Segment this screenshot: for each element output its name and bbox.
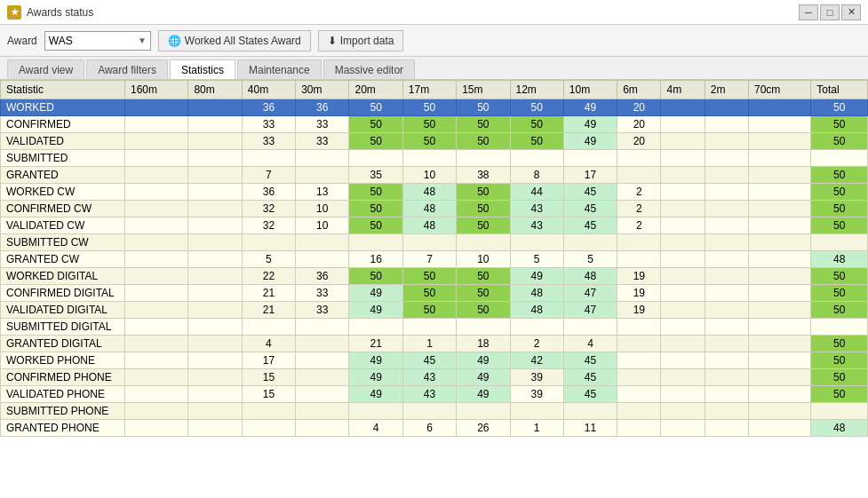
table-row: WORKED CW36135048504445250 xyxy=(1,184,868,201)
cell-10m: 49 xyxy=(563,116,617,133)
award-combo[interactable]: WAS ▼ xyxy=(44,31,151,51)
stat-label: WORKED PHONE xyxy=(1,352,125,369)
table-row: GRANTED735103881750 xyxy=(1,167,868,184)
cell-2m xyxy=(705,386,748,403)
cell-80m xyxy=(188,268,242,285)
cell-20m xyxy=(349,234,402,251)
close-button[interactable]: ✕ xyxy=(841,4,861,20)
cell-80m xyxy=(188,133,242,150)
cell-Total xyxy=(811,150,868,167)
cell-40m: 22 xyxy=(242,268,295,285)
cell-12m: 5 xyxy=(510,251,563,268)
table-row: SUBMITTED PHONE xyxy=(1,403,868,420)
cell-10m xyxy=(563,403,617,420)
maximize-button[interactable]: □ xyxy=(820,4,840,20)
cell-17m: 48 xyxy=(402,201,456,217)
cell-4m xyxy=(661,234,705,251)
cell-Total: 50 xyxy=(811,99,868,116)
import-button[interactable]: ⬇ Import data xyxy=(318,30,404,51)
cell-80m xyxy=(188,184,242,201)
cell-15m: 50 xyxy=(457,217,510,234)
cell-17m: 43 xyxy=(402,369,456,386)
cell-15m: 38 xyxy=(457,167,510,184)
cell-40m xyxy=(242,420,295,437)
cell-10m: 47 xyxy=(563,302,617,319)
cell-15m: 50 xyxy=(457,285,510,302)
stat-label: GRANTED DIGITAL xyxy=(1,336,125,352)
cell-6m: 20 xyxy=(617,133,661,150)
cell-15m xyxy=(457,234,510,251)
cell-20m: 50 xyxy=(349,133,402,150)
cell-17m: 48 xyxy=(402,217,456,234)
cell-20m: 50 xyxy=(349,99,402,116)
stat-label: VALIDATED CW xyxy=(1,217,125,234)
cell-30m: 36 xyxy=(296,268,349,285)
cell-2m xyxy=(705,369,748,386)
cell-4m xyxy=(661,99,705,116)
col-header-80m: 80m xyxy=(188,81,242,99)
cell-70cm xyxy=(748,319,810,336)
cell-Total: 50 xyxy=(811,369,868,386)
cell-10m: 45 xyxy=(563,386,617,403)
cell-80m xyxy=(188,234,242,251)
cell-17m: 50 xyxy=(402,133,456,150)
tab-statistics[interactable]: Statistics xyxy=(170,59,235,79)
cell-80m xyxy=(188,150,242,167)
cell-17m xyxy=(402,150,456,167)
minimize-button[interactable]: ─ xyxy=(799,4,818,20)
table-header: Statistic160m80m40m30m20m17m15m12m10m6m4… xyxy=(1,81,868,99)
cell-20m: 49 xyxy=(349,302,402,319)
cell-30m: 33 xyxy=(296,116,349,133)
stat-label: SUBMITTED xyxy=(1,150,125,167)
cell-17m: 7 xyxy=(402,251,456,268)
tab-bar: Award view Award filters Statistics Main… xyxy=(0,57,868,80)
import-label: Import data xyxy=(340,35,394,47)
cell-80m xyxy=(188,336,242,352)
tab-award-view[interactable]: Award view xyxy=(7,59,84,79)
cell-Total: 48 xyxy=(811,420,868,437)
tab-award-filters[interactable]: Award filters xyxy=(86,59,168,79)
cell-15m: 10 xyxy=(457,251,510,268)
import-icon: ⬇ xyxy=(328,35,337,47)
cell-6m: 19 xyxy=(617,268,661,285)
cell-6m xyxy=(617,369,661,386)
tab-massive-editor[interactable]: Massive editor xyxy=(323,59,415,79)
cell-12m: 1 xyxy=(510,420,563,437)
cell-10m: 17 xyxy=(563,167,617,184)
cell-160m xyxy=(125,133,188,150)
cell-2m xyxy=(705,99,748,116)
cell-2m xyxy=(705,285,748,302)
cell-10m: 45 xyxy=(563,184,617,201)
cell-10m xyxy=(563,234,617,251)
cell-15m xyxy=(457,319,510,336)
cell-70cm xyxy=(748,99,810,116)
col-header-4m: 4m xyxy=(661,81,705,99)
cell-20m: 49 xyxy=(349,285,402,302)
cell-70cm xyxy=(748,369,810,386)
cell-12m: 44 xyxy=(510,184,563,201)
table-row: VALIDATED CW32105048504345250 xyxy=(1,217,868,234)
cell-2m xyxy=(705,201,748,217)
cell-160m xyxy=(125,420,188,437)
cell-30m: 36 xyxy=(296,99,349,116)
cell-Total: 50 xyxy=(811,201,868,217)
cell-160m xyxy=(125,336,188,352)
cell-4m xyxy=(661,285,705,302)
cell-70cm xyxy=(748,217,810,234)
cell-40m: 7 xyxy=(242,167,295,184)
cell-Total: 50 xyxy=(811,302,868,319)
table-row: GRANTED DIGITAL4211182450 xyxy=(1,336,868,352)
cell-12m xyxy=(510,234,563,251)
title-bar-left: ★ Awards status xyxy=(7,5,93,20)
cell-30m xyxy=(296,319,349,336)
cell-10m: 48 xyxy=(563,268,617,285)
cell-12m xyxy=(510,150,563,167)
cell-17m: 10 xyxy=(402,167,456,184)
cell-30m xyxy=(296,420,349,437)
tab-maintenance[interactable]: Maintenance xyxy=(237,59,322,79)
cell-80m xyxy=(188,369,242,386)
award-name-button[interactable]: 🌐 Worked All States Award xyxy=(158,30,311,51)
cell-160m xyxy=(125,201,188,217)
cell-40m: 15 xyxy=(242,386,295,403)
cell-12m: 39 xyxy=(510,369,563,386)
